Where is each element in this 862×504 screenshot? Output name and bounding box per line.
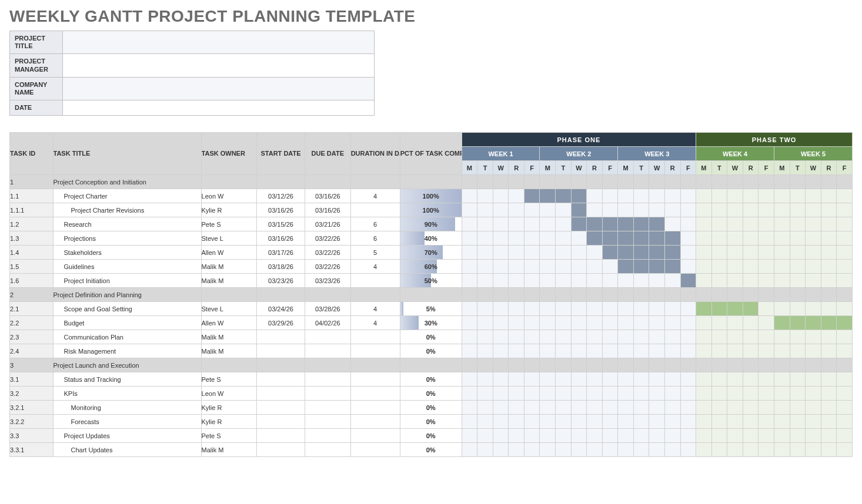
gantt-cell [587,302,603,316]
gantt-cell [540,443,556,457]
gantt-cell [556,344,572,358]
gantt-cell [587,260,603,274]
meta-value-project-manager[interactable] [63,54,375,77]
gantt-cell [602,344,618,358]
gantt-cell [509,330,524,344]
cell-task-id: 3.2 [10,387,54,401]
gantt-cell [571,330,587,344]
gantt-cell [540,175,556,189]
table-row[interactable]: 2.4Risk ManagementMalik M0% [10,344,853,358]
gantt-cell [696,203,712,217]
table-row[interactable]: 2.3Communication PlanMalik M0% [10,330,853,344]
gantt-cell [711,316,727,330]
gantt-cell [649,401,665,415]
gantt-cell [759,231,774,246]
gantt-cell [774,358,790,372]
gantt-cell [540,260,556,274]
table-row[interactable]: 1.1.1Project Charter RevisionsKylie R03/… [10,203,853,217]
table-row[interactable]: 1.6Project InitiationMalik M03/23/2603/2… [10,274,853,288]
table-row[interactable]: 3.2.2ForecastsKylie R0% [10,415,853,429]
gantt-cell [664,387,680,401]
gantt-cell [524,316,540,330]
gantt-cell [493,288,509,302]
meta-value-date[interactable] [63,100,375,116]
cell-pct-complete: 60% [400,260,462,274]
cell-start-date [257,288,305,302]
gantt-cell [649,231,665,246]
cell-pct-complete: 5% [400,302,462,316]
gantt-cell [602,203,618,217]
gantt-cell [727,175,743,189]
table-row[interactable]: 3.3Project UpdatesPete S0% [10,429,853,443]
gantt-cell [743,387,759,401]
gantt-cell [493,429,509,443]
gantt-cell [493,246,509,260]
cell-task-owner: Malik M [201,330,257,344]
gantt-cell [571,429,587,443]
gantt-cell [602,274,618,288]
table-row[interactable]: 1.1Project CharterLeon W03/12/2603/16/26… [10,189,853,203]
gantt-cell [696,189,712,203]
table-row[interactable]: 3Project Launch and Execution [10,358,853,372]
gantt-cell [774,330,790,344]
gantt-cell [556,175,572,189]
week-header: WEEK 5 [774,147,852,161]
gantt-cell [509,415,524,429]
gantt-cell [493,189,509,203]
cell-task-owner: Malik M [201,443,257,457]
cell-task-owner: Allen W [201,246,257,260]
table-row[interactable]: 1.5GuidelinesMalik M03/18/2603/22/26460% [10,260,853,274]
cell-due-date [305,288,350,302]
gantt-cell [509,246,524,260]
gantt-cell [540,246,556,260]
table-row[interactable]: 3.2KPIsLeon W0% [10,387,853,401]
gantt-cell [493,175,509,189]
gantt-cell [571,443,587,457]
cell-pct-complete: 0% [400,429,462,443]
table-row[interactable]: 1Project Conception and Initiation [10,175,853,189]
gantt-cell [806,189,821,203]
cell-start-date [257,358,305,372]
table-row[interactable]: 2Project Definition and Planning [10,288,853,302]
day-header: T [633,161,649,175]
table-row[interactable]: 3.3.1Chart UpdatesMalik M0% [10,443,853,457]
day-header: F [680,161,696,175]
gantt-cell [618,231,634,246]
cell-task-id: 2.4 [10,344,54,358]
gantt-cell [743,330,759,344]
table-row[interactable]: 1.4StakeholdersAllen W03/17/2603/22/2657… [10,246,853,260]
day-header: F [602,161,618,175]
gantt-cell [664,288,680,302]
gantt-cell [462,443,477,457]
gantt-cell [696,387,712,401]
gantt-cell [477,189,493,203]
gantt-cell [727,231,743,246]
gantt-cell [649,217,665,231]
day-header: F [524,161,540,175]
meta-value-company-name[interactable] [63,77,375,100]
cell-task-title: Status and Tracking [53,372,201,387]
gantt-cell [633,316,649,330]
gantt-cell [680,387,696,401]
gantt-cell [696,429,712,443]
table-row[interactable]: 1.2ResearchPete S03/15/2603/21/26690% [10,217,853,231]
gantt-cell [774,175,790,189]
gantt-cell [493,302,509,316]
table-row[interactable]: 3.2.1MonitoringKylie R0% [10,401,853,415]
gantt-cell [649,443,665,457]
meta-value-project-title[interactable] [63,31,375,54]
cell-task-id: 1.1.1 [10,203,54,217]
gantt-cell [727,274,743,288]
table-row[interactable]: 1.3ProjectionsSteve L03/16/2603/22/26640… [10,231,853,246]
gantt-cell [774,274,790,288]
gantt-cell [696,302,712,316]
cell-pct-complete: 30% [400,316,462,330]
gantt-cell [477,330,493,344]
gantt-cell [759,302,774,316]
cell-task-owner: Kylie R [201,203,257,217]
cell-pct-complete: 100% [400,203,462,217]
gantt-cell [602,316,618,330]
table-row[interactable]: 2.1Scope and Goal SettingSteve L03/24/26… [10,302,853,316]
table-row[interactable]: 3.1Status and TrackingPete S0% [10,372,853,387]
table-row[interactable]: 2.2BudgetAllen W03/29/2604/02/26430% [10,316,853,330]
